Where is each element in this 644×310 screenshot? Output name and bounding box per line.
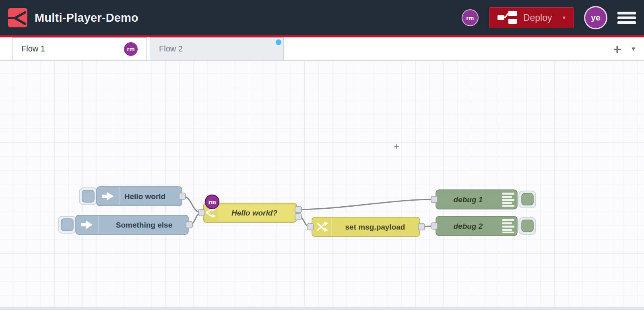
user-avatar[interactable]: ye (585, 7, 606, 28)
collaborator-badge: rm (205, 195, 219, 209)
input-port[interactable] (431, 223, 438, 229)
node-label: debug 1 (454, 195, 483, 204)
node-label: Hello world? (231, 209, 277, 217)
add-flow-button[interactable]: + (613, 42, 621, 56)
tab-list-caret-button[interactable]: ▾ (632, 45, 635, 53)
wire-switch-debug1[interactable] (298, 199, 434, 209)
node-inject-something-else[interactable]: Something else (58, 215, 192, 234)
output-port[interactable] (186, 222, 192, 228)
tab-flow-2-label: Flow 2 (159, 44, 183, 53)
inject-button-inner[interactable] (82, 190, 94, 202)
node-label: Something else (116, 221, 172, 229)
node-debug-2[interactable]: debug 2 (431, 216, 536, 236)
debug-toggle-inner[interactable] (522, 193, 533, 205)
menu-bar-icon (617, 12, 636, 14)
deploy-dropdown-caret[interactable]: ▾ (558, 14, 566, 21)
menu-bar-icon (617, 16, 636, 19)
unsaved-changes-dot (276, 39, 281, 45)
tabbar-actions: + ▾ (613, 37, 644, 60)
output-port[interactable] (179, 193, 186, 199)
workspace-tabbar: Flow 1 rm Flow 2 + ▾ (0, 37, 644, 61)
output-port[interactable] (418, 224, 425, 230)
deploy-label: Deploy (523, 12, 552, 23)
tab-collaborator-badge: rm (124, 42, 138, 56)
node-switch-hello-world[interactable]: Hello world? rm (198, 195, 301, 222)
page-title: Multi-Player-Demo (35, 11, 462, 25)
input-port[interactable] (431, 196, 438, 203)
output-port-2[interactable] (295, 214, 301, 220)
tab-flow-1[interactable]: Flow 1 rm (12, 37, 147, 60)
bottom-edge-strip (0, 307, 644, 310)
deploy-button[interactable]: Deploy ▾ (489, 7, 574, 28)
header-actions: rm Deploy ▾ ye (462, 7, 636, 28)
input-port[interactable] (307, 224, 314, 230)
input-port[interactable] (198, 209, 205, 216)
tab-flow-1-label: Flow 1 (21, 44, 45, 53)
inject-button-inner[interactable] (61, 219, 73, 231)
header: Multi-Player-Demo rm Deploy ▾ ye (0, 0, 644, 35)
flow-editor: Multi-Player-Demo rm Deploy ▾ ye (0, 0, 644, 310)
flowfuse-logo[interactable] (8, 8, 27, 27)
output-port-1[interactable] (295, 206, 301, 213)
node-inject-hello-world[interactable]: Hello world (79, 187, 186, 206)
tab-flow-2[interactable]: Flow 2 (150, 37, 284, 60)
flow-canvas[interactable]: Hello world Something else (0, 61, 644, 310)
debug-toggle-inner[interactable] (522, 220, 533, 232)
node-label: set msg.payload (345, 223, 405, 231)
main-menu-button[interactable] (617, 12, 636, 24)
node-label: debug 2 (454, 222, 483, 230)
menu-bar-icon (617, 21, 636, 24)
node-debug-1[interactable]: debug 1 (431, 190, 536, 209)
deploy-icon (497, 10, 517, 26)
collaborator-badge-label: rm (208, 199, 216, 205)
node-label: Hello world (124, 192, 165, 201)
node-change-set-msg-payload[interactable]: set msg.payload (307, 217, 425, 236)
collaborator-avatar[interactable]: rm (462, 10, 478, 25)
